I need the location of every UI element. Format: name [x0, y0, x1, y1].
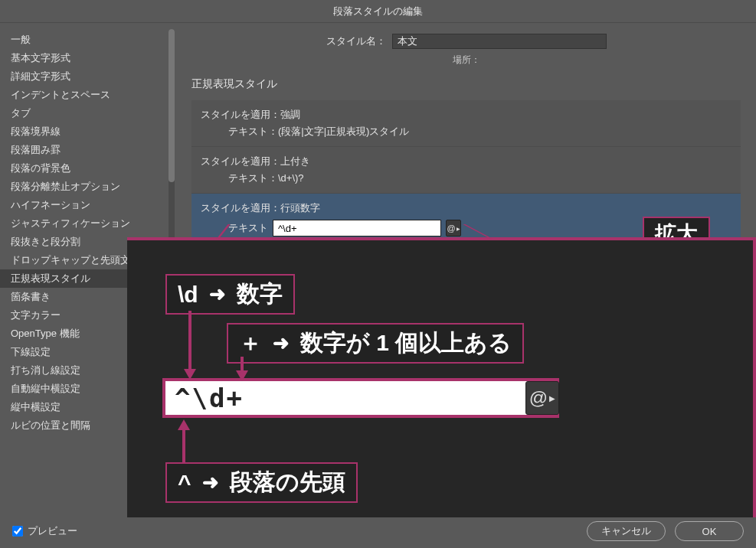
grep-style-rule[interactable]: スタイルを適用：上付きテキスト：\d+\)?: [191, 147, 741, 194]
section-title: 正規表現スタイル: [191, 77, 741, 91]
grep-style-rule[interactable]: スタイルを適用：強調テキスト：(段落|文字|正規表現)スタイル: [191, 100, 741, 147]
arrow-right-icon: ➜: [209, 282, 226, 306]
sidebar-item[interactable]: インデントとスペース: [0, 86, 176, 104]
sidebar-item[interactable]: タブ: [0, 104, 176, 122]
regex-input-value: ^\d+: [175, 383, 244, 413]
rule-text-line: テキスト：(段落|文字|正規表現)スタイル: [201, 123, 731, 140]
cancel-button[interactable]: キャンセル: [587, 521, 666, 541]
annotation-caret: ^ ➜ 段落の先頭: [165, 462, 358, 503]
preview-checkbox-label: プレビュー: [28, 524, 77, 538]
dialog-footer: プレビュー キャンセル OK: [0, 514, 756, 548]
style-name-input[interactable]: [392, 34, 607, 49]
sidebar-item[interactable]: 詳細文字形式: [0, 67, 176, 86]
sidebar-item[interactable]: 段落囲み罫: [0, 141, 176, 159]
arrow-down-icon: [234, 357, 250, 381]
sidebar-item[interactable]: 段落の背景色: [0, 159, 176, 178]
sidebar-item[interactable]: 段落境界線: [0, 122, 176, 141]
sidebar-item[interactable]: 一般: [0, 31, 176, 49]
sidebar-item[interactable]: ハイフネーション: [0, 196, 176, 214]
annotation-overlay: \d ➜ 数字 ＋ ➜ 数字が 1 個以上ある ^\d+ @▶ ^ ➜ 段落の先…: [127, 237, 756, 517]
preview-checkbox[interactable]: プレビュー: [12, 524, 77, 538]
svg-marker-1: [184, 369, 196, 380]
zoom-connector-right: [463, 224, 756, 240]
arrow-down-icon: [182, 311, 198, 380]
zoom-connector-left: [128, 224, 231, 240]
sidebar-item[interactable]: 段落分離禁止オプション: [0, 178, 176, 196]
preview-checkbox-input[interactable]: [12, 526, 23, 537]
regex-text-input[interactable]: [273, 220, 441, 236]
annotation-d: \d ➜ 数字: [165, 274, 295, 315]
arrow-up-icon: [176, 419, 191, 464]
rule-text-label: テキスト: [228, 221, 268, 235]
rule-apply-line: スタイルを適用：強調: [201, 106, 731, 123]
location-label: 場所：: [191, 54, 741, 67]
sidebar-item[interactable]: 基本文字形式: [0, 49, 176, 67]
special-chars-button-enlarged[interactable]: @▶: [525, 381, 559, 415]
svg-marker-3: [236, 370, 248, 381]
svg-marker-4: [178, 419, 190, 430]
rule-text-line: テキスト：\d+\)?: [201, 170, 731, 187]
special-chars-button[interactable]: @▶: [446, 220, 461, 236]
ok-button[interactable]: OK: [675, 521, 744, 541]
rule-apply-line: スタイルを適用：上付き: [201, 153, 731, 170]
arrow-right-icon: ➜: [202, 471, 219, 494]
scrollbar-thumb[interactable]: [169, 29, 175, 182]
rule-apply-line: スタイルを適用：行頭数字: [201, 200, 731, 217]
annotation-plus: ＋ ➜ 数字が 1 個以上ある: [227, 323, 524, 364]
dialog-title: 段落スタイルの編集: [0, 0, 756, 23]
arrow-right-icon: ➜: [273, 331, 290, 355]
regex-input-enlarged[interactable]: ^\d+: [162, 378, 559, 418]
style-name-label: スタイル名：: [326, 34, 386, 48]
